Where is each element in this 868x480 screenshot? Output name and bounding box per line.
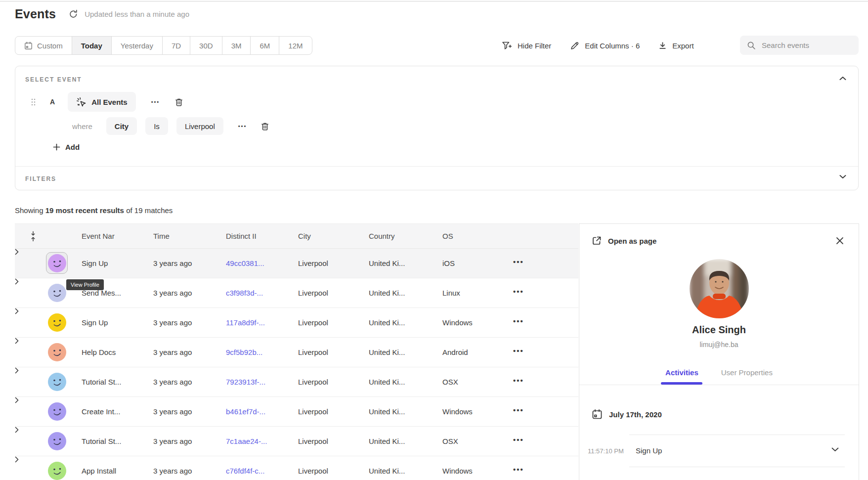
row-menu-button[interactable]: ••• [513,258,524,266]
expand-row-chevron-right-icon[interactable] [15,308,578,314]
operator-chip[interactable]: Is [145,117,168,135]
top-border [0,1,868,1]
tab-activities[interactable]: Activities [665,366,698,380]
event-more-dots-icon[interactable]: ••• [151,99,160,105]
sort-icon[interactable] [30,231,36,242]
cell-event-name: Sign Up [82,318,108,327]
distinct-id-link[interactable]: c3f98f3d-... [226,289,263,297]
cell-time: 3 years ago [153,318,192,327]
table-row[interactable]: Tutorial St... 3 years ago 7923913f-... … [15,367,578,397]
date-range-7d[interactable]: 7D [163,37,190,54]
event-selector-chip[interactable]: All Events [68,92,136,112]
table-row[interactable]: Help Docs 3 years ago 9cf5b92b... Liverp… [15,338,578,367]
date-range-today[interactable]: Today [72,37,112,54]
user-avatar[interactable] [46,252,68,274]
search-input[interactable] [762,41,841,49]
column-header-os[interactable]: OS [442,232,453,240]
user-avatar[interactable] [46,341,68,363]
open-as-page-button[interactable]: Open as page [592,236,656,246]
column-header-city[interactable]: City [298,232,311,240]
date-range-label: Today [81,42,102,50]
date-range-custom[interactable]: Custom [15,37,72,54]
column-header-event-name[interactable]: Event Nar [82,232,115,240]
column-header-country[interactable]: Country [369,232,395,240]
distinct-id-link[interactable]: 7c1aae24-... [226,437,267,445]
activity-divider [629,435,845,435]
pencil-icon [570,41,579,50]
where-trash-icon[interactable] [260,122,269,131]
where-more-dots-icon[interactable]: ••• [238,123,247,129]
column-header-distinct-id[interactable]: Distinct II [226,232,257,240]
expand-chevron-down-icon[interactable] [839,175,846,179]
row-menu-button[interactable]: ••• [513,406,524,414]
cell-event-name: Create Int... [82,407,120,416]
edit-columns-button[interactable]: Edit Columns · 6 [570,41,640,50]
column-header-time[interactable]: Time [153,232,170,240]
hide-filter-button[interactable]: Hide Filter [502,41,551,50]
user-avatar[interactable] [46,311,68,333]
expand-row-chevron-right-icon[interactable] [15,338,578,344]
distinct-id-link[interactable]: 117a8d9f-... [226,318,265,327]
user-avatar[interactable] [46,400,68,422]
date-range-3m[interactable]: 3M [222,37,251,54]
cell-city: Liverpool [298,378,328,386]
cell-os: iOS [442,259,455,267]
event-trash-icon[interactable] [174,97,183,107]
expand-row-chevron-right-icon[interactable] [15,367,578,374]
property-chip[interactable]: City [106,117,137,135]
cell-country: United Ki... [369,259,405,267]
user-avatar[interactable] [46,282,68,304]
activity-event-label: Sign Up [636,446,662,455]
date-range-12m[interactable]: 12M [279,37,311,54]
activity-chevron-down-icon[interactable] [831,447,839,452]
expand-row-chevron-right-icon[interactable] [15,397,578,403]
operator-chip-label: Is [154,122,160,131]
where-filter-row: where City Is Liverpool ••• [72,117,269,135]
date-range-control: CustomTodayYesterday7D30D3M6M12M [15,36,312,55]
date-range-label: 6M [260,42,270,50]
expand-row-chevron-right-icon[interactable] [15,249,578,255]
row-menu-button[interactable]: ••• [513,376,524,385]
table-row[interactable]: Sign Up 3 years ago 49cc0381... Liverpoo… [15,249,578,278]
tab-user-properties[interactable]: User Properties [721,366,773,380]
drag-handle-icon[interactable] [31,98,36,106]
user-avatar[interactable] [46,371,68,393]
table-row[interactable]: Create Int... 3 years ago b461ef7d-... L… [15,397,578,427]
user-avatar[interactable] [46,460,68,480]
row-menu-button[interactable]: ••• [513,436,524,444]
expand-row-chevron-right-icon[interactable] [15,427,578,433]
distinct-id-link[interactable]: c76fdf4f-c... [226,467,264,475]
table-header: Event Nar Time Distinct II City Country … [15,223,578,249]
filters-label[interactable]: FILTERS [25,175,56,182]
add-button[interactable]: Add [53,143,80,151]
cell-os: Windows [442,318,473,327]
value-chip[interactable]: Liverpool [176,117,223,135]
cell-event-name: Tutorial St... [82,378,121,386]
close-icon[interactable] [836,237,844,245]
date-range-yesterday[interactable]: Yesterday [112,37,163,54]
cell-os: OSX [442,378,458,386]
date-range-30d[interactable]: 30D [190,37,222,54]
table-row[interactable]: Tutorial St... 3 years ago 7c1aae24-... … [15,427,578,456]
collapse-chevron-up-icon[interactable] [839,76,846,81]
user-avatar[interactable] [46,430,68,452]
date-range-6m[interactable]: 6M [251,37,279,54]
row-menu-button[interactable]: ••• [513,317,524,325]
distinct-id-link[interactable]: 9cf5b92b... [226,348,262,356]
cell-time: 3 years ago [153,437,192,445]
cell-time: 3 years ago [153,289,192,297]
distinct-id-link[interactable]: b461ef7d-... [226,407,265,416]
export-button[interactable]: Export [658,42,694,50]
distinct-id-link[interactable]: 49cc0381... [226,259,264,267]
table-row[interactable]: App Install 3 years ago c76fdf4f-c... Li… [15,456,578,480]
distinct-id-link[interactable]: 7923913f-... [226,378,265,386]
row-menu-button[interactable]: ••• [513,347,524,355]
results-summary: Showing 19 most recent results of 19 mat… [15,206,173,215]
row-menu-button[interactable]: ••• [513,287,524,296]
updated-status: Updated less than a minute ago [85,10,189,18]
row-menu-button[interactable]: ••• [513,465,524,474]
refresh-icon[interactable] [69,9,78,19]
expand-row-chevron-right-icon[interactable] [15,456,578,463]
table-row[interactable]: Sign Up 3 years ago 117a8d9f-... Liverpo… [15,308,578,338]
activity-time: 11:57:10 PM [588,447,624,455]
